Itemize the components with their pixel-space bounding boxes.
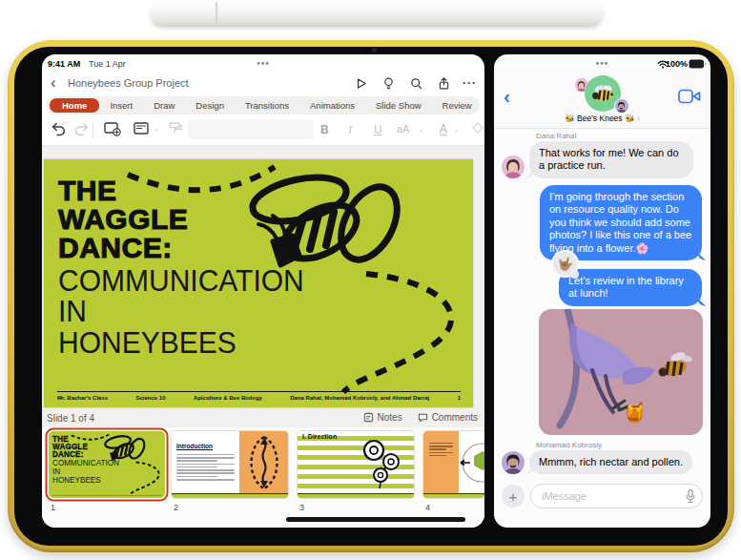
slide-subtitle-line: IN: [58, 296, 304, 327]
avatar-dana[interactable]: [502, 156, 525, 178]
powerpoint-app-pane: 9:41 AM Tue 1 Apr ••• ‹ Honeybees Group …: [42, 54, 484, 528]
thumbnail-2-number: 2: [174, 503, 178, 512]
thumbnail-4-number: 4: [425, 503, 430, 512]
slide-thumbnail-3[interactable]: I. Direction: [298, 431, 414, 498]
sent-message-row: Let’s review in the library at lunch!: [559, 269, 702, 306]
tab-review[interactable]: Review: [432, 98, 483, 113]
slide-thumbnail-2[interactable]: Introduction: [172, 431, 288, 498]
thumbnail-1-mini-slide: THE WAGGLE DANCE: COMMUNICATION IN HONEY…: [49, 431, 165, 498]
tab-insert[interactable]: Insert: [99, 98, 143, 113]
font-color-icon[interactable]: [435, 120, 452, 137]
messages-back-chevron-icon[interactable]: ‹: [504, 85, 510, 108]
underline-button[interactable]: U: [374, 123, 382, 136]
conversation-scroll-area[interactable]: Dana Rahal That works for me! We can do …: [494, 130, 710, 528]
bold-button[interactable]: B: [320, 123, 329, 136]
tapback-reaction[interactable]: 🤟🏽: [551, 250, 579, 278]
thumb-subtitle-line: HONEYBEES: [52, 476, 119, 485]
slide-thumbnail-4[interactable]: [423, 431, 484, 498]
group-name: 🐝 Bee’s Knees 🐝: [565, 114, 635, 123]
text-size-chevron-icon: ⌄: [418, 126, 423, 134]
layout-chevron-icon[interactable]: ⌄: [154, 125, 159, 133]
toolbar-divider: [93, 122, 93, 137]
attachment-plus-button[interactable]: +: [502, 485, 525, 508]
text-line-placeholder: [176, 472, 235, 474]
tab-transitions[interactable]: Transitions: [235, 98, 299, 113]
present-play-icon[interactable]: [352, 74, 369, 92]
text-line-placeholder: [176, 464, 235, 466]
thumbnail-2-diagram-panel: [239, 431, 288, 498]
sent-bubble[interactable]: Let’s review in the library at lunch!: [559, 269, 702, 306]
ribbon-tab-bar: Home Insert Draw Design Transitions Anim…: [47, 96, 480, 114]
split-view-handle-left[interactable]: •••: [257, 58, 270, 69]
notes-comments-group: Notes Comments: [363, 412, 478, 423]
document-title[interactable]: Honeybees Group Project: [68, 77, 189, 89]
received-message-row: That works for me! We can do a practice …: [502, 141, 693, 178]
avatar-mohamad[interactable]: [502, 451, 525, 474]
received-bubble[interactable]: That works for me! We can do a practice …: [529, 141, 693, 178]
italic-button[interactable]: I: [348, 123, 352, 137]
slide-layout-icon[interactable]: [133, 120, 152, 137]
dictation-mic-icon[interactable]: [686, 489, 695, 503]
slide-title-bold: THE WAGGLE DANCE:: [58, 176, 188, 262]
thumbnail-footer-band: [172, 493, 288, 498]
imessage-input[interactable]: [530, 484, 703, 508]
home-indicator[interactable]: [286, 517, 465, 522]
bee-flower-photo: [539, 309, 703, 435]
format-painter-icon: [166, 120, 183, 137]
thumbnail-footer-band: [423, 493, 484, 498]
tab-animations[interactable]: Animations: [299, 98, 365, 113]
compass-diagram: [459, 431, 484, 494]
tab-view[interactable]: View: [483, 98, 484, 113]
group-avatar-cluster[interactable]: [574, 73, 631, 114]
messages-header: ‹: [494, 70, 710, 129]
footer-course: Science 10: [135, 395, 165, 401]
current-slide[interactable]: THE WAGGLE DANCE: COMMUNICATION IN HONEY…: [44, 159, 473, 407]
font-color-chevron-icon: ⌄: [454, 126, 460, 134]
slide-subtitle-line: HONEYBEES: [58, 327, 304, 359]
sent-photo-message[interactable]: 🍯: [539, 309, 703, 435]
comments-label: Comments: [432, 412, 478, 423]
notes-icon: [363, 412, 374, 423]
thumbnail-1-number: 1: [51, 503, 55, 512]
tab-home[interactable]: Home: [50, 98, 99, 113]
text-line-placeholder: [429, 452, 453, 454]
ideas-lightbulb-icon[interactable]: [380, 74, 397, 92]
back-chevron-icon[interactable]: ‹: [51, 73, 56, 93]
pencil-seam: [216, 2, 217, 26]
titlebar-actions: ···: [352, 74, 477, 92]
new-slide-icon[interactable]: [103, 120, 122, 137]
comments-button[interactable]: Comments: [418, 412, 478, 423]
slide-subtitle-line: COMMUNICATION: [58, 264, 304, 296]
more-ellipsis-icon[interactable]: ···: [463, 76, 477, 90]
battery-icon: [689, 59, 707, 69]
text-line-placeholder: [176, 467, 217, 468]
footer-authors: Dana Rahal, Mohamad Kobrosly, and Ahmad …: [290, 395, 429, 401]
tab-slideshow[interactable]: Slide Show: [365, 98, 432, 113]
text-line-placeholder: [176, 479, 235, 481]
undo-icon[interactable]: [50, 120, 67, 137]
tab-design[interactable]: Design: [185, 98, 235, 113]
flower-doodle: [351, 437, 408, 492]
redo-icon[interactable]: [73, 120, 91, 137]
formatting-toolbar: ⌄ B I U aA ⌄ ⌄: [42, 114, 484, 145]
share-icon[interactable]: [435, 74, 452, 92]
tab-draw[interactable]: Draw: [143, 98, 185, 113]
notes-button[interactable]: Notes: [363, 412, 402, 423]
sender-label: Dana Rahal: [536, 132, 576, 140]
facetime-video-icon[interactable]: [678, 89, 701, 104]
honey-pot-sticker: 🍯: [623, 403, 647, 422]
received-bubble[interactable]: Mmmm, rich nectar and pollen.: [529, 450, 692, 474]
group-disclosure-chevron: ›: [637, 114, 640, 123]
slide-counter: Slide 1 of 4: [47, 413, 94, 424]
text-size-button[interactable]: aA: [397, 123, 409, 135]
text-line-placeholder: [176, 454, 235, 456]
slide-thumbnail-1[interactable]: THE WAGGLE DANCE: COMMUNICATION IN HONEY…: [49, 431, 165, 498]
split-view-handle-right[interactable]: •••: [596, 58, 609, 69]
text-line-placeholder: [176, 476, 217, 478]
sender-label: Mohamad Kobrosly: [536, 441, 602, 449]
footer-subject: Apiculture & Bee Biology: [194, 395, 262, 401]
text-line-placeholder: [176, 469, 235, 471]
search-icon[interactable]: [407, 74, 424, 92]
tapback-emoji: 🤟🏽: [557, 257, 572, 271]
group-name-row[interactable]: 🐝 Bee’s Knees 🐝 ›: [494, 114, 710, 123]
